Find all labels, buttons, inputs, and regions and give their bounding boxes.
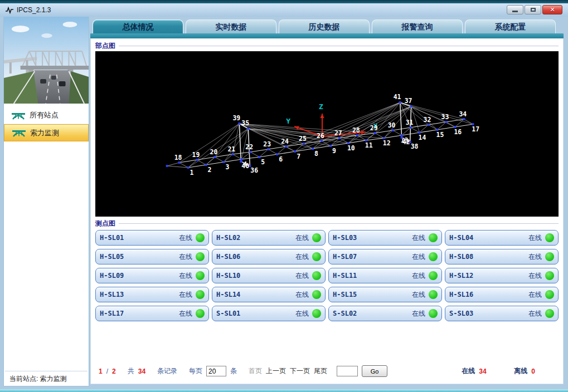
station-id: H-SL02 [216,234,240,242]
station-card-H-SL17[interactable]: H-SL17在线 [95,306,209,321]
station-status: 在线 [179,290,196,300]
station-id: H-SL10 [216,272,240,280]
measure-point-header: 测点图 [95,218,559,228]
online-indicator-icon [545,309,554,318]
station-status: 在线 [528,252,545,262]
sidebar-spacer [4,141,89,371]
station-status: 在线 [412,290,429,300]
total-pages: 2 [112,367,116,375]
svg-text:40: 40 [241,162,249,170]
station-grid: H-SL01在线H-SL02在线H-SL03在线H-SL04在线H-SL05在线… [95,230,559,321]
tab-3[interactable]: 历史数据 [279,19,370,33]
prev-page-link[interactable]: 上一页 [266,366,286,376]
station-status: 在线 [295,271,312,281]
station-id: H-SL12 [449,272,473,280]
sidebar-item-1[interactable]: 所有站点 [4,107,89,124]
station-id: H-SL13 [100,291,124,298]
online-indicator-icon [312,290,321,299]
records-suffix: 条记录 [157,366,177,376]
station-card-H-SL16[interactable]: H-SL16在线 [445,287,559,302]
svg-text:6: 6 [279,155,283,163]
tab-5[interactable]: 系统配置 [465,19,556,33]
svg-text:11: 11 [365,141,373,149]
svg-text:34: 34 [459,110,467,118]
station-card-H-SL03[interactable]: H-SL03在线 [328,230,442,246]
station-card-S-SL01[interactable]: S-SL01在线 [212,306,326,321]
node-diagram-header: 部点图 [95,41,559,51]
station-status: 在线 [528,271,545,281]
online-label: 在线 [462,366,475,376]
station-card-H-SL11[interactable]: H-SL11在线 [328,268,442,283]
minimize-button[interactable] [507,5,523,14]
station-id: H-SL08 [449,253,473,261]
per-page-unit: 条 [230,366,237,376]
station-id: H-SL11 [333,272,357,280]
station-card-S-SL03[interactable]: S-SL03在线 [445,306,559,321]
next-page-link[interactable]: 下一页 [290,366,310,376]
station-card-H-SL01[interactable]: H-SL01在线 [95,230,209,246]
app-window: IPCS_2.1.3 ✕ [0,0,568,392]
station-id: H-SL16 [449,291,473,298]
station-card-H-SL07[interactable]: H-SL07在线 [328,249,442,264]
station-status: 在线 [295,309,312,318]
sidebar-item-2[interactable]: 索力监测 [4,124,89,141]
last-page-link[interactable]: 尾页 [314,366,327,376]
station-card-S-SL02[interactable]: S-SL02在线 [328,306,442,321]
bridge-3d-viewport[interactable]: ZYX1234567891011121314151617181920212223… [95,51,559,217]
svg-text:36: 36 [250,166,258,174]
tab-4[interactable]: 报警查询 [372,19,463,33]
tab-2[interactable]: 实时数据 [186,19,276,33]
header-rule [119,46,559,46]
go-button[interactable]: Go [362,365,387,377]
station-id: H-SL07 [333,253,357,261]
online-indicator-icon [429,309,438,318]
station-card-H-SL10[interactable]: H-SL10在线 [212,268,326,283]
per-page-input[interactable] [206,366,226,376]
station-id: S-SL03 [449,310,473,317]
station-status: 在线 [412,252,429,262]
first-page-link[interactable]: 首页 [249,366,262,376]
svg-text:35: 35 [241,119,249,127]
header-rule [119,223,559,224]
online-indicator-icon [545,271,554,280]
online-indicator-icon [196,271,205,280]
station-id: H-SL04 [449,234,473,242]
station-card-H-SL15[interactable]: H-SL15在线 [328,287,442,302]
station-card-H-SL13[interactable]: H-SL13在线 [95,287,209,302]
station-card-H-SL05[interactable]: H-SL05在线 [95,249,209,264]
online-indicator-icon [545,290,554,299]
svg-text:1: 1 [190,169,194,177]
measure-point-label: 测点图 [95,219,115,228]
svg-text:17: 17 [472,125,479,133]
station-status: 在线 [295,290,312,300]
svg-text:16: 16 [454,128,462,136]
station-card-H-SL02[interactable]: H-SL02在线 [212,230,326,246]
goto-page-input[interactable] [337,366,358,376]
station-card-H-SL04[interactable]: H-SL04在线 [445,230,559,246]
station-card-H-SL12[interactable]: H-SL12在线 [445,268,559,283]
station-card-H-SL09[interactable]: H-SL09在线 [95,268,209,283]
online-indicator-icon [312,252,321,261]
online-indicator-icon [196,290,205,299]
total-count: 34 [138,367,145,375]
station-card-H-SL08[interactable]: H-SL08在线 [445,249,559,264]
maximize-button[interactable] [525,5,541,14]
station-card-H-SL14[interactable]: H-SL14在线 [212,287,326,302]
current-page: 1 [99,367,103,375]
svg-text:8: 8 [314,150,318,158]
online-count: 34 [479,367,493,375]
bridge-icon [12,111,25,120]
tab-1[interactable]: 总体情况 [93,19,183,33]
svg-text:31: 31 [406,119,414,126]
station-status: 在线 [528,233,545,243]
station-card-H-SL06[interactable]: H-SL06在线 [212,249,326,264]
station-id: H-SL01 [100,234,124,242]
station-status: 在线 [179,233,196,243]
online-indicator-icon [429,252,438,261]
current-station-status: 当前站点: 索力监测 [4,371,89,386]
svg-text:21: 21 [227,145,235,153]
svg-text:26: 26 [317,132,324,140]
svg-text:15: 15 [436,131,444,139]
maximize-icon [531,8,536,12]
close-button[interactable]: ✕ [542,5,562,14]
